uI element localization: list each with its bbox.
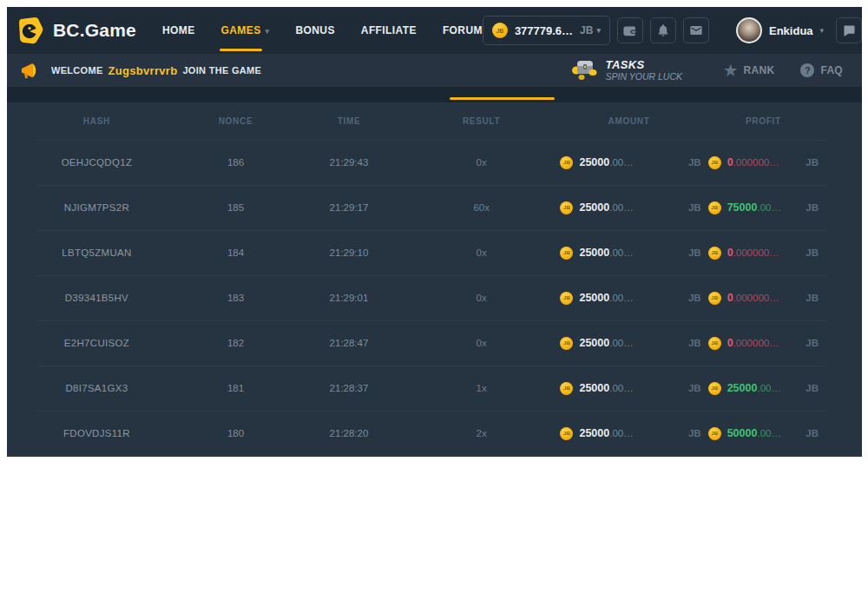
bcgame-app: BC.Game HOME GAMES ▾ BONUS AFFILIATE FOR… — [7, 7, 862, 457]
welcome-banner: WELCOME Zugsbvrrvrb JOIN THE GAME — [7, 54, 862, 87]
welcome-username: Zugsbvrrvrb — [108, 64, 178, 77]
table-header-row: HASH NONCE TIME RESULT AMOUNT PROFIT — [7, 102, 862, 140]
banner-links: ★ RANK ? FAQ — [724, 63, 843, 78]
coin-icon: JB — [708, 201, 721, 214]
bet-amount: JB 25000.00… JB — [549, 292, 707, 305]
coin-icon: JB — [560, 247, 573, 260]
wallet-icon — [622, 23, 637, 38]
profit-currency: JB — [806, 247, 819, 258]
nav-item-bonus[interactable]: BONUS — [295, 7, 334, 54]
nav-item-forum[interactable]: FORUM — [443, 7, 483, 54]
nav-item-label: BONUS — [295, 24, 334, 36]
welcome-prefix: WELCOME — [51, 65, 103, 76]
table-row[interactable]: D39341B5HV 183 21:29:01 0x JB 25000.00… … — [7, 275, 862, 320]
bet-profit: JB 75000.00… JB — [708, 201, 862, 214]
brand-logo[interactable]: BC.Game — [16, 16, 136, 45]
table-row[interactable]: OEHJCQDQ1Z 186 21:29:43 0x JB 25000.00… … — [7, 140, 862, 185]
welcome-message: WELCOME Zugsbvrrvrb JOIN THE GAME — [19, 61, 570, 81]
amount-currency: JB — [688, 247, 701, 258]
amount-currency: JB — [688, 202, 701, 213]
table-row[interactable]: E2H7CUISOZ 182 21:28:47 0x JB 25000.00… … — [7, 320, 862, 366]
chat-toggle-button[interactable] — [836, 17, 862, 43]
rank-link[interactable]: ★ RANK — [724, 63, 774, 78]
wallet-button[interactable] — [617, 17, 643, 43]
brand-name: BC.Game — [53, 20, 136, 41]
header-hash: HASH — [7, 116, 187, 126]
bet-nonce: 183 — [187, 293, 285, 303]
bet-hash: D39341B5HV — [7, 293, 187, 303]
bet-amount: JB 25000.00… JB — [549, 427, 707, 440]
tab-strip — [7, 87, 862, 102]
coin-icon: JB — [708, 427, 721, 440]
welcome-suffix: JOIN THE GAME — [182, 65, 261, 76]
coin-icon: JB — [560, 337, 573, 350]
bet-time: 21:28:47 — [285, 338, 413, 348]
coin-icon: JB — [708, 247, 721, 260]
bet-time: 21:28:20 — [285, 428, 413, 438]
messages-button[interactable] — [683, 17, 709, 43]
header-nonce: NONCE — [187, 116, 285, 126]
bet-profit: JB 0.000000… JB — [708, 337, 862, 350]
bet-hash: E2H7CUISOZ — [7, 338, 187, 348]
caret-down-icon: ▾ — [820, 26, 825, 35]
coin-icon: JB — [560, 156, 573, 169]
balance-dropdown[interactable]: JB 377779.6… JB▾ — [483, 16, 610, 45]
bcgame-logo-icon — [16, 16, 45, 45]
bet-result: 1x — [413, 383, 550, 393]
coin-icon: JB — [560, 382, 573, 395]
bet-amount: JB 25000.00… JB — [549, 201, 707, 214]
nav-item-affiliate[interactable]: AFFILIATE — [361, 7, 417, 54]
bet-nonce: 186 — [187, 157, 285, 168]
tasks-title: TASKS — [606, 59, 683, 72]
bets-panel: HASH NONCE TIME RESULT AMOUNT PROFIT OEH… — [7, 102, 862, 457]
megaphone-icon — [19, 61, 39, 81]
nav-item-games[interactable]: GAMES ▾ — [221, 7, 270, 54]
bet-nonce: 181 — [187, 383, 285, 393]
bet-result: 0x — [413, 247, 550, 258]
top-nav: BC.Game HOME GAMES ▾ BONUS AFFILIATE FOR… — [7, 7, 862, 54]
coin-icon: JB — [708, 337, 721, 350]
bet-amount: JB 25000.00… JB — [549, 247, 707, 260]
bet-hash: FDOVDJS11R — [7, 428, 187, 438]
rank-label: RANK — [744, 64, 775, 76]
bet-hash: LBTQ5ZMUAN — [7, 247, 187, 258]
bet-result: 0x — [413, 157, 550, 168]
coin-icon: JB — [560, 292, 573, 305]
amount-currency: JB — [688, 383, 701, 393]
user-menu[interactable]: Enkidua ▾ — [736, 17, 824, 43]
page: BC.Game HOME GAMES ▾ BONUS AFFILIATE FOR… — [0, 0, 868, 613]
bet-hash: OEHJCQDQ1Z — [7, 157, 187, 168]
bet-nonce: 182 — [187, 338, 285, 348]
coin-icon: JB — [708, 292, 721, 305]
envelope-icon — [689, 23, 703, 37]
profit-currency: JB — [806, 428, 819, 438]
coin-icon: JB — [708, 382, 721, 395]
caret-down-icon: ▾ — [266, 27, 270, 36]
nav-item-label: FORUM — [443, 24, 483, 36]
nav-item-label: GAMES — [221, 24, 261, 36]
table-row[interactable]: D8I7SA1GX3 181 21:28:37 1x JB 25000.00… … — [7, 366, 862, 411]
coin-icon: JB — [708, 156, 721, 169]
header-amount: AMOUNT — [549, 116, 707, 126]
faq-label: FAQ — [820, 64, 843, 76]
chat-bubble-icon — [842, 23, 857, 38]
bet-profit: JB 0.000000… JB — [708, 292, 862, 305]
table-row[interactable]: FDOVDJS11R 180 21:28:20 2x JB 25000.00… … — [7, 411, 862, 456]
header-time: TIME — [285, 116, 413, 126]
bet-result: 0x — [413, 338, 550, 348]
notifications-button[interactable] — [650, 17, 676, 43]
bet-time: 21:29:17 — [285, 202, 413, 213]
user-avatar — [736, 17, 762, 43]
table-row[interactable]: NJIGM7PS2R 185 21:29:17 60x JB 25000.00…… — [7, 185, 862, 230]
bet-hash: D8I7SA1GX3 — [7, 383, 187, 393]
bet-amount: JB 25000.00… JB — [549, 337, 707, 350]
table-row[interactable]: LBTQ5ZMUAN 184 21:29:10 0x JB 25000.00… … — [7, 230, 862, 275]
tasks-widget[interactable]: TASKS SPIN YOUR LUCK — [570, 56, 683, 85]
treasure-chest-icon — [570, 56, 598, 85]
profit-currency: JB — [806, 157, 819, 168]
nav-item-home[interactable]: HOME — [162, 7, 195, 54]
coin-icon: JB — [560, 201, 573, 214]
profit-currency: JB — [806, 383, 819, 393]
profit-currency: JB — [806, 202, 819, 213]
faq-link[interactable]: ? FAQ — [800, 63, 843, 77]
